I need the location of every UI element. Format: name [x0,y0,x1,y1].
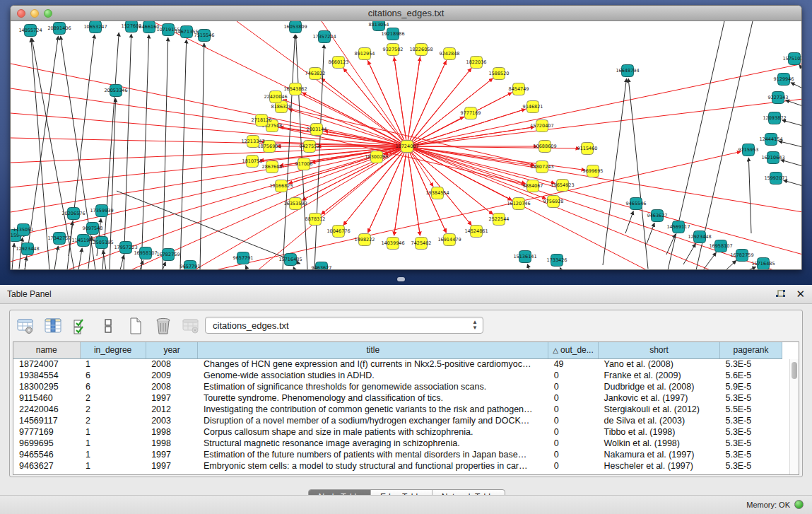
node[interactable]: 15992071 [764,173,787,185]
selected-node[interactable]: 16914479 [437,234,461,246]
cell-in_degree[interactable]: 1 [80,426,146,438]
cell-year[interactable]: 1997 [146,460,198,472]
merge-rows-icon[interactable] [98,317,118,335]
cell-out_de[interactable]: 0 [548,404,599,415]
table-row[interactable]: 2242004622012Investigating the contribut… [13,404,782,415]
edge[interactable] [603,78,627,265]
edge[interactable] [785,100,802,106]
cell-name[interactable]: 9465546 [13,449,80,460]
column-header-out_de[interactable]: △out_de... [548,342,599,358]
table-row[interactable]: 977716911998Corpus callosum shape and si… [13,426,782,438]
node[interactable]: 19218986 [381,28,404,40]
edge[interactable] [124,34,131,270]
selected-node[interactable]: 9327502 [383,44,404,56]
node[interactable]: 20206576 [61,208,85,220]
selected-node[interactable]: 9884067 [523,180,543,192]
cell-year[interactable]: 2008 [146,381,198,392]
node[interactable]: 9227343 [768,92,789,104]
node[interactable]: 9465546 [626,198,647,210]
selected-node[interactable]: 19384554 [425,187,449,199]
table-row[interactable]: 969969511998Structural magnetic resonanc… [13,438,782,449]
cell-out_de[interactable]: 49 [548,358,599,370]
table-settings-icon[interactable] [16,317,35,335]
node[interactable]: 9097548 [83,223,103,235]
node[interactable]: 16782759 [730,250,753,262]
selected-node[interactable]: 9699695 [583,165,604,177]
node[interactable]: 12093872 [763,112,786,124]
column-visibility-icon[interactable] [43,317,63,335]
cell-name[interactable]: 22420046 [13,404,80,415]
float-panel-icon[interactable] [775,289,786,299]
selected-node[interactable]: 9115460 [577,143,598,155]
cell-title[interactable]: Tourette syndrome. Phenomenology and cla… [198,392,548,404]
new-table-icon[interactable] [126,317,146,335]
node[interactable]: 16782759 [156,249,180,261]
selected-node[interactable]: 2522544 [489,214,510,226]
cell-in_degree[interactable]: 2 [80,392,146,404]
cell-out_de[interactable]: 0 [548,460,599,472]
cell-name[interactable]: 14569117 [13,415,80,426]
node[interactable]: 16648794 [616,65,639,77]
cell-pagerank[interactable]: 5.3E-5 [719,438,782,449]
table-row[interactable]: 946554611997Estimation of the future num… [13,449,782,460]
cell-name[interactable]: 9777169 [13,426,80,438]
close-panel-icon[interactable]: ✕ [796,288,805,299]
cell-short[interactable]: Franke et al. (2009) [598,370,719,381]
selected-edge[interactable] [407,146,585,170]
cell-out_de[interactable]: 0 [548,426,599,438]
cell-pagerank[interactable]: 5.5E-5 [719,404,782,415]
cell-title[interactable]: Genome-wide association studies in ADHD. [198,370,548,381]
table-row[interactable]: 911546021997Tourette syndrome. Phenomeno… [13,392,782,404]
cell-pagerank[interactable]: 5.9E-5 [719,381,782,392]
selected-edge[interactable] [11,64,407,146]
column-header-pagerank[interactable]: pagerank [719,342,782,358]
table-row[interactable]: 1872400712008Changes of HCN gene express… [13,358,782,370]
selected-edge[interactable] [11,113,407,146]
cell-year[interactable]: 1998 [146,426,198,438]
cell-out_de[interactable]: 0 [548,438,599,449]
selected-edge[interactable] [407,146,526,184]
cell-title[interactable]: Changes of HCN gene expression and I(f) … [198,358,548,370]
cell-title[interactable]: Estimation of the future numbers of pati… [198,449,548,460]
selected-node[interactable]: 1588520 [489,68,510,80]
cell-pagerank[interactable]: 5.3E-5 [719,392,782,404]
cell-name[interactable]: 9699695 [13,438,80,449]
selected-node[interactable]: 14039946 [381,238,404,250]
node[interactable]: 15136141 [513,251,536,263]
cell-short[interactable]: Nakamura et al. (1997) [598,449,719,460]
node[interactable]: 17359939 [90,205,113,217]
selected-node[interactable]: 10688609 [533,141,556,153]
selected-node[interactable]: 14524861 [464,226,488,238]
selected-node[interactable]: 18807243 [530,161,553,173]
network-canvas[interactable]: 1872400718226058932750289129548660123746… [11,21,801,269]
selected-node[interactable]: 8878312 [305,214,326,226]
cell-title[interactable]: Investigating the contribution of common… [198,404,548,415]
column-header-title[interactable]: title [198,342,548,358]
cell-pagerank[interactable]: 5.3E-5 [719,415,782,426]
table-scrollbar[interactable] [789,359,799,474]
node[interactable]: 9129946 [774,74,794,86]
edge[interactable] [647,223,654,244]
table-row[interactable]: 1830029562008Estimation of significance … [13,381,782,392]
cell-in_degree[interactable]: 1 [80,449,146,460]
edge[interactable] [726,260,736,270]
edge[interactable] [293,267,295,270]
node[interactable]: 14055724 [18,25,42,37]
cell-in_degree[interactable]: 6 [80,381,146,392]
edge[interactable] [703,252,716,270]
node[interactable]: 1733426 [547,255,567,267]
cell-pagerank[interactable]: 5.3E-5 [719,449,782,460]
node[interactable]: 9463627 [312,262,332,271]
edge[interactable] [527,264,529,270]
cell-title[interactable]: Corpus callosum shape and size in male p… [198,426,548,438]
column-header-in_degree[interactable]: in_degree [80,342,146,358]
cell-short[interactable]: Dudbridge et al. (2008) [598,381,719,392]
edge[interactable] [78,248,82,270]
selected-node[interactable]: 8454749 [509,83,529,95]
cell-year[interactable]: 1997 [146,449,198,460]
edge[interactable] [799,65,802,69]
cell-out_de[interactable]: 0 [548,392,599,404]
node[interactable]: 10653247 [83,21,107,33]
node[interactable]: 20053346 [104,85,127,97]
network-view-window[interactable]: citations_edges.txt 18724007182260589327… [10,5,802,270]
